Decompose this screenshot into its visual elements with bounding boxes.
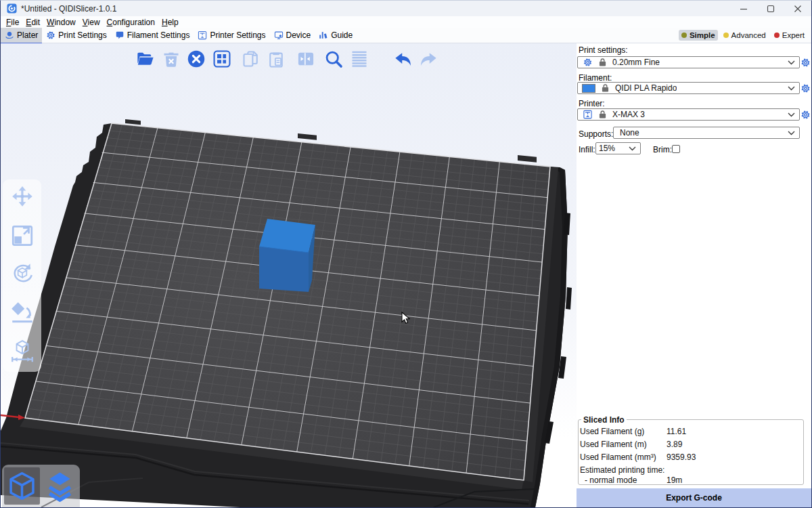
- printer-combo[interactable]: X-MAX 3: [577, 108, 800, 121]
- variable-layer-height-button[interactable]: [350, 49, 369, 68]
- mode-selector: Simple Advanced Expert: [679, 28, 811, 43]
- mode-simple[interactable]: Simple: [679, 30, 718, 41]
- preview-layers-icon: [44, 470, 76, 502]
- redo-button[interactable]: [419, 49, 438, 68]
- supports-combo[interactable]: None: [613, 127, 800, 139]
- mode-label: Simple: [690, 31, 715, 39]
- view-toggle: [2, 465, 80, 507]
- sliced-info-label: Used Filament (m): [580, 440, 647, 449]
- scale-icon: [9, 223, 35, 249]
- simple-dot-icon: [681, 33, 687, 38]
- 3d-editor-view-button[interactable]: [4, 467, 40, 505]
- mode-label: Expert: [782, 31, 805, 39]
- filament-gear-button[interactable]: [800, 83, 811, 93]
- gizmo-toolbar: [3, 179, 41, 372]
- delete-all-button[interactable]: [187, 49, 206, 68]
- export-gcode-button[interactable]: Export G-code: [577, 488, 811, 507]
- print-settings-gear-button[interactable]: [800, 58, 811, 68]
- filament-icon: [115, 30, 125, 40]
- place-on-face-button[interactable]: [9, 299, 35, 325]
- brim-checkbox[interactable]: [672, 145, 680, 153]
- device-icon: [274, 30, 284, 40]
- copy-icon: [242, 49, 261, 68]
- print-settings-combo[interactable]: 0.20mm Fine: [577, 56, 800, 68]
- rotate-button[interactable]: [9, 260, 35, 286]
- search-icon: [324, 49, 343, 68]
- undo-button[interactable]: [394, 49, 413, 68]
- infill-combo[interactable]: 15%: [595, 142, 641, 154]
- mode-label: Advanced: [731, 31, 766, 39]
- minimize-button[interactable]: [730, 1, 757, 16]
- guide-icon: [319, 30, 328, 40]
- open-button[interactable]: [136, 49, 155, 68]
- mode-expert[interactable]: Expert: [771, 30, 807, 41]
- redo-icon: [419, 49, 438, 68]
- printer-label: Printer:: [579, 99, 605, 108]
- plater-icon: [5, 30, 14, 40]
- sliced-info-value: 9359.93: [667, 452, 696, 462]
- tab-label: Printer Settings: [210, 30, 265, 40]
- printer-value: X-MAX 3: [612, 110, 645, 119]
- mouse-cursor: [401, 312, 410, 324]
- tab-filament-settings[interactable]: Filament Settings: [111, 28, 194, 43]
- undo-icon: [394, 49, 413, 68]
- rotate-icon: [9, 260, 35, 286]
- printer-gear-button[interactable]: [800, 110, 811, 120]
- delete-button[interactable]: [162, 49, 181, 68]
- variable-layer-height-icon: [350, 49, 369, 68]
- arrange-button[interactable]: [212, 49, 231, 68]
- advanced-dot-icon: [723, 33, 729, 38]
- scale-button[interactable]: [9, 223, 35, 249]
- maximize-button[interactable]: [757, 1, 784, 16]
- close-button[interactable]: [784, 1, 811, 16]
- move-button[interactable]: [9, 185, 35, 211]
- brim-label: Brim:: [653, 145, 672, 154]
- lock-icon: [602, 84, 609, 92]
- expert-dot-icon: [774, 33, 780, 38]
- printer-icon: [583, 110, 593, 119]
- chevron-down-icon: [629, 146, 636, 151]
- chevron-down-icon: [788, 86, 795, 91]
- menu-item-view[interactable]: View: [79, 17, 104, 28]
- 3d-view-icon: [6, 470, 38, 502]
- place-on-face-icon: [9, 299, 35, 325]
- measure-button[interactable]: [9, 339, 35, 364]
- settings-sidebar: Print settings: 0.20mm Fine Filament: QI…: [577, 43, 811, 507]
- export-gcode-label: Export G-code: [666, 493, 722, 503]
- tab-print-settings[interactable]: Print Settings: [42, 28, 110, 43]
- search-button[interactable]: [324, 49, 343, 68]
- filament-combo[interactable]: QIDI PLA Rapido: [577, 82, 800, 94]
- tab-guide[interactable]: Guide: [315, 28, 357, 43]
- delete-icon: [162, 49, 181, 68]
- tab-plater[interactable]: Plater: [1, 28, 42, 43]
- viewport-3d[interactable]: [1, 43, 577, 507]
- sliced-info-title: Sliced Info: [581, 415, 627, 425]
- menu-item-edit[interactable]: Edit: [22, 17, 43, 28]
- menu-item-window[interactable]: Window: [43, 17, 79, 28]
- print-settings-label: Print settings:: [579, 45, 628, 55]
- tab-printer-settings[interactable]: Printer Settings: [194, 28, 269, 43]
- tab-device[interactable]: Device: [270, 28, 315, 43]
- copy-button[interactable]: [242, 49, 261, 68]
- measure-icon: [9, 339, 35, 364]
- menu-item-configuration[interactable]: Configuration: [104, 17, 158, 28]
- lock-icon: [599, 110, 606, 119]
- tab-label: Filament Settings: [127, 30, 190, 40]
- preview-view-button[interactable]: [42, 467, 78, 505]
- model-cube[interactable]: [259, 219, 315, 292]
- chevron-down-icon: [788, 112, 795, 117]
- mode-advanced[interactable]: Advanced: [721, 30, 769, 41]
- menu-item-help[interactable]: Help: [158, 17, 182, 28]
- tab-label: Device: [286, 30, 311, 40]
- print-settings-value: 0.20mm Fine: [612, 58, 660, 67]
- paste-button[interactable]: [267, 49, 286, 68]
- split-instances-button[interactable]: [296, 49, 315, 68]
- chevron-down-icon: [788, 131, 795, 135]
- supports-value: None: [620, 128, 639, 137]
- gear-icon: [46, 30, 55, 40]
- window-title: *Untitled - QIDISlicer-1.0.1: [21, 4, 116, 14]
- open-icon: [136, 49, 155, 68]
- tab-label: Plater: [17, 30, 38, 40]
- sliced-info-label: Used Filament (mm³): [580, 452, 656, 462]
- menu-item-file[interactable]: File: [3, 17, 22, 28]
